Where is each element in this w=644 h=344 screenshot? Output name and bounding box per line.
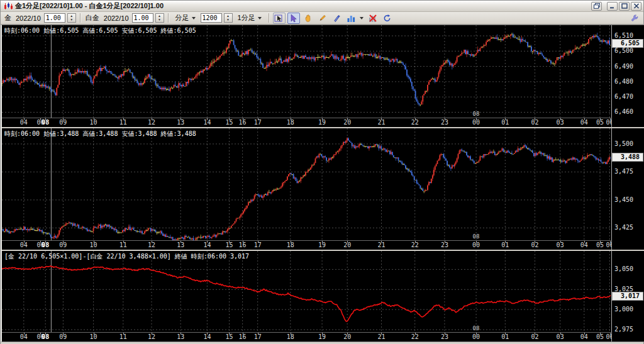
x-axis-label: 00	[472, 119, 480, 126]
x-axis-label: 16	[239, 242, 247, 248]
platinum-multiplier-input[interactable]	[132, 13, 153, 23]
refresh-icon	[382, 14, 392, 23]
y-axis-label: 3,475	[614, 169, 633, 175]
platinum-plot-area: 08 時刻:06:00 始値:3,488 高値:3,488 安値:3,488 終…	[2, 128, 611, 250]
maximize-icon	[621, 3, 628, 9]
minimize-icon	[609, 3, 616, 9]
current-price-box: 6,505	[612, 39, 643, 48]
svg-text:08: 08	[473, 233, 480, 240]
wrench-icon	[630, 14, 640, 23]
y-axis-label: 2,975	[614, 326, 633, 333]
fountain-pen-icon	[332, 14, 341, 23]
down-arrow-icon[interactable]: ▼	[68, 18, 75, 23]
toolbar-separator	[269, 13, 269, 23]
x-axis-label: 19	[318, 242, 326, 248]
down-arrow-icon[interactable]: ▼	[156, 18, 164, 23]
x-axis-label: 12	[148, 334, 155, 340]
x-axis-label: 19	[318, 334, 326, 340]
x-axis-label: 15	[225, 334, 233, 340]
x-axis-label: 01	[501, 334, 509, 340]
x-axis-label: 12	[148, 119, 155, 126]
platinum-multiplier-stepper[interactable]: ▲▼	[155, 13, 164, 23]
x-axis-label: 03	[557, 119, 564, 126]
down-arrow-icon[interactable]: ▼	[225, 18, 232, 23]
x-axis-label: 22	[411, 334, 419, 340]
x-axis-label: 05	[596, 334, 604, 340]
x-axis-label: 08	[42, 334, 49, 340]
x-axis-label: 03	[557, 242, 564, 248]
x-axis-label: 13	[177, 334, 184, 340]
x-axis-label: 09	[59, 242, 67, 248]
x-axis-label: 23	[441, 334, 448, 340]
x-axis-label: 23	[441, 119, 448, 126]
x-axis-label: 22	[411, 119, 419, 126]
x-axis-label: 10	[90, 334, 97, 340]
x-axis-label: 17	[254, 119, 262, 126]
y-axis-label: 3,425	[614, 225, 633, 231]
gold-candlestick-chart[interactable]: 08	[2, 25, 611, 118]
bar-type-label: 分足	[175, 13, 189, 23]
x-axis-label: 04	[20, 119, 28, 126]
refresh-button[interactable]	[381, 13, 394, 24]
gold-multiplier-input[interactable]	[44, 13, 65, 23]
svg-text:08: 08	[473, 111, 480, 117]
x-axis-label: 11	[119, 334, 127, 340]
hand-tool-button[interactable]	[302, 13, 314, 24]
period-dropdown[interactable]: 1分足	[235, 13, 265, 23]
candlestick-chart-icon	[4, 3, 13, 10]
x-axis-label: 01	[501, 119, 509, 126]
gold-plot-area: 08 時刻:06:00 始値:6,505 高値:6,505 安値:6,505 終…	[2, 25, 611, 127]
x-axis-label: 22	[411, 242, 419, 248]
current-price-box: 3,017	[612, 292, 643, 301]
spread-info-line: [金 22/10 6,505×1.00]-[白金 22/10 3,488×1.0…	[4, 252, 249, 261]
platinum-symbol-label: 白金	[84, 13, 101, 23]
hand-icon	[303, 14, 313, 23]
chart-type-chevron-icon[interactable]	[360, 17, 364, 19]
y-axis-label: 6,480	[614, 79, 633, 85]
title-bar[interactable]: 金1分足[2022/10]1.00 - 白金1分足[2022/10]1.00	[1, 1, 643, 12]
platinum-month-label: 2022/10	[103, 14, 130, 22]
x-axis-label: 13	[177, 242, 184, 248]
popout-button[interactable]	[591, 2, 602, 11]
chevron-down-icon	[192, 17, 196, 19]
current-price-box: 3,488	[612, 153, 643, 162]
bar-count-stepper[interactable]: ▲▼	[224, 13, 233, 23]
platinum-candlestick-chart[interactable]: 08	[2, 128, 611, 240]
x-axis-label: 01	[501, 242, 509, 248]
x-axis-label: 04	[580, 334, 588, 340]
platinum-info-line: 時刻:06:00 始値:3,488 高値:3,488 安値:3,488 終値:3…	[4, 130, 196, 138]
settings-button[interactable]	[628, 13, 641, 24]
gold-month-label: 2022/10	[14, 14, 42, 22]
select-tool-button[interactable]	[287, 13, 300, 24]
x-axis-label: 17	[254, 334, 262, 340]
y-axis-label: 3,450	[614, 197, 633, 203]
period-label: 1分足	[238, 13, 255, 23]
gold-symbol-label: 金	[3, 13, 13, 23]
minimize-button[interactable]	[607, 2, 618, 11]
y-axis-label: 3,000	[614, 306, 633, 313]
bar-type-dropdown[interactable]: 分足	[172, 13, 199, 23]
close-button[interactable]	[631, 2, 641, 11]
x-axis-label: 02	[531, 119, 538, 126]
close-icon	[633, 3, 640, 9]
chart-type-button[interactable]	[345, 13, 358, 24]
x-axis-label: 04	[20, 334, 28, 340]
gold-multiplier-stepper[interactable]: ▲▼	[67, 13, 76, 23]
delete-chart-button[interactable]	[367, 13, 379, 24]
toolbar-separator	[80, 13, 80, 23]
crosshair-tool-button[interactable]	[273, 13, 286, 24]
x-axis-label: 02	[531, 334, 538, 340]
pen-tool-button[interactable]	[331, 13, 343, 24]
pencil-tool-button[interactable]	[316, 13, 329, 24]
platinum-x-axis: 0406080910111213141516171819202122230001…	[2, 240, 611, 250]
x-axis-label: 20	[343, 119, 351, 126]
x-axis-label: 15	[225, 119, 233, 126]
chart-window: 金1分足[2022/10]1.00 - 白金1分足[2022/10]1.00 金	[0, 0, 644, 344]
maximize-button[interactable]	[619, 2, 630, 11]
x-axis-label: 16	[239, 334, 247, 340]
select-arrow-icon	[289, 14, 298, 23]
spread-line-chart[interactable]: 08	[2, 251, 611, 332]
x-axis-label: 23	[441, 242, 448, 248]
bar-count-input[interactable]	[201, 13, 222, 23]
x-axis-label: 17	[254, 242, 262, 248]
